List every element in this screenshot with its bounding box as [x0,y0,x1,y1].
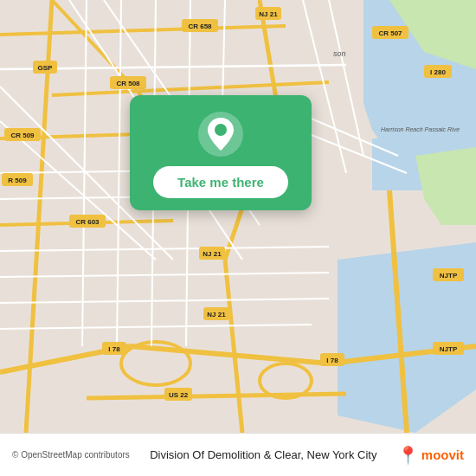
svg-text:CR 509: CR 509 [10,132,35,139]
moovit-brand-text: moovit [421,447,464,462]
moovit-pin-icon: 📍 [397,445,419,466]
svg-text:son: son [333,49,346,58]
map-attribution: © OpenStreetMap contributors [12,450,130,460]
svg-text:CR 603: CR 603 [75,218,100,226]
svg-text:US 22: US 22 [169,391,189,399]
svg-text:R 509: R 509 [8,177,27,184]
take-me-there-button[interactable]: Take me there [153,166,288,198]
map-view[interactable]: CR 658 NJ 21 CR 507 I 280 GSP CR 508 CR … [0,0,476,433]
location-title: Division Of Demolition & Clear, New York… [130,448,397,461]
moovit-logo: 📍 moovit [397,445,464,466]
svg-point-78 [215,124,227,136]
bottom-bar: © OpenStreetMap contributors Division Of… [0,433,476,476]
location-card: Take me there [130,95,312,210]
svg-text:CR 658: CR 658 [188,23,212,30]
svg-text:GSP: GSP [38,64,54,72]
location-pin-icon [197,111,244,158]
svg-text:NJTP: NJTP [440,345,458,353]
svg-text:CR 508: CR 508 [116,80,140,87]
svg-text:CR 507: CR 507 [378,29,402,37]
svg-text:NJ 21: NJ 21 [207,311,226,318]
svg-text:I 78: I 78 [108,345,120,353]
svg-text:NJ 21: NJ 21 [203,250,222,258]
svg-text:NJ 21: NJ 21 [259,10,278,18]
svg-text:I 78: I 78 [326,357,338,364]
svg-text:Harrison Reach Passaic Rive: Harrison Reach Passaic Rive [381,126,460,132]
svg-text:I 280: I 280 [430,68,446,76]
svg-text:NJTP: NJTP [440,272,458,280]
